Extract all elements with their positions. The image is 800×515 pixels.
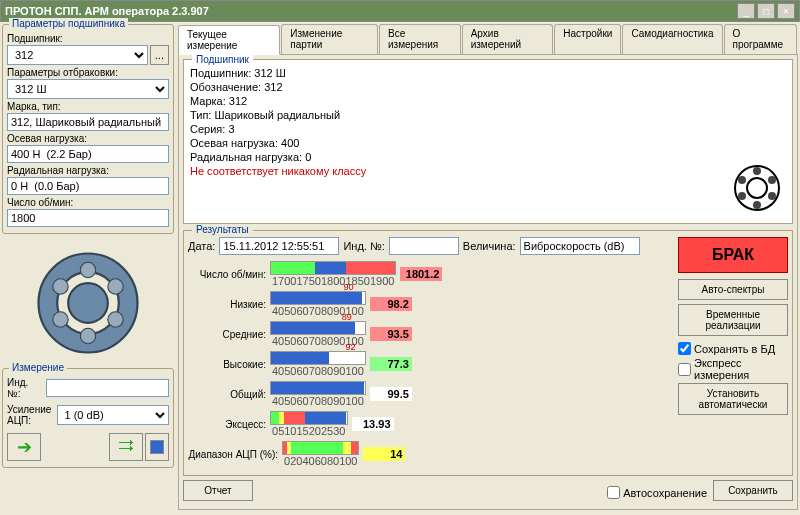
info-title: Подшипник	[192, 55, 253, 67]
svg-point-3	[80, 262, 95, 277]
save-button[interactable]: Сохранить	[713, 480, 793, 501]
info-line: Не соответствует никакому классу	[190, 164, 786, 178]
results-title: Результаты	[192, 224, 253, 235]
tab-bar: Текущее измерение Изменение партии Все и…	[178, 24, 798, 55]
minimize-button[interactable]: _	[737, 3, 755, 19]
svg-point-7	[53, 312, 68, 327]
svg-point-10	[747, 178, 767, 198]
ind-label: Инд. №:	[7, 377, 44, 399]
bar-adc	[282, 441, 359, 455]
bearing-icon	[732, 163, 782, 213]
auto-spectra-button[interactable]: Авто-спектры	[678, 279, 788, 300]
rpm-field[interactable]	[7, 209, 169, 227]
svg-point-11	[753, 167, 761, 175]
svg-point-12	[768, 176, 776, 184]
svg-point-6	[80, 328, 95, 343]
maximize-button[interactable]: □	[757, 3, 775, 19]
autosave-checkbox[interactable]: Автосохранение	[607, 486, 707, 499]
bar-value: 98.2	[370, 297, 412, 311]
svg-point-14	[753, 201, 761, 209]
date-label: Дата:	[188, 240, 215, 252]
row-label: Общий:	[188, 389, 266, 400]
report-button[interactable]: Отчет	[183, 480, 253, 501]
brand-field[interactable]	[7, 113, 169, 131]
row-label: Средние:	[188, 329, 266, 340]
bar-value: 77.3	[370, 357, 412, 371]
bar-mid: 89	[270, 321, 366, 335]
bearing-image	[2, 238, 174, 368]
tab-all[interactable]: Все измерения	[379, 24, 461, 54]
axial-field[interactable]	[7, 145, 169, 163]
verdict-badge: БРАК	[678, 237, 788, 273]
tab-diag[interactable]: Самодиагностика	[622, 24, 722, 54]
express-checkbox[interactable]: Экспресс измерения	[678, 357, 788, 381]
svg-point-8	[53, 279, 68, 294]
row-label: Низкие:	[188, 299, 266, 310]
gain-select[interactable]: 1 (0 dB)	[57, 405, 170, 425]
val-field[interactable]	[520, 237, 640, 255]
bar-value: 99.5	[370, 387, 412, 401]
window-title: ПРОТОН СПП. АРМ оператора 2.3.907	[5, 5, 735, 17]
bar-value: 14	[363, 447, 405, 461]
bar-excess	[270, 411, 348, 425]
stop-button[interactable]	[145, 433, 169, 461]
tab-about[interactable]: О программе	[724, 24, 797, 54]
double-arrow-icon: ⮆	[118, 438, 134, 456]
info-line: Тип: Шариковый радиальный	[190, 108, 786, 122]
tab-batch[interactable]: Изменение партии	[281, 24, 378, 54]
reject-select[interactable]: 312 Ш	[7, 79, 169, 99]
radial-label: Радиальная нагрузка:	[7, 165, 169, 176]
row-label: Эксцесс:	[188, 419, 266, 430]
meas-title: Измерение	[9, 362, 67, 373]
info-line: Осевая нагрузка: 400	[190, 136, 786, 150]
save-db-checkbox[interactable]: Сохранять в БД	[678, 342, 788, 355]
bar-value: 93.5	[370, 327, 412, 341]
row-label: Диапазон АЦП (%):	[188, 449, 278, 460]
tab-current[interactable]: Текущее измерение	[178, 25, 280, 55]
tab-archive[interactable]: Архив измерений	[462, 24, 554, 54]
bar-total	[270, 381, 366, 395]
params-title: Параметры подшипника	[9, 18, 128, 29]
reject-label: Параметры отбраковки:	[7, 67, 169, 78]
tab-settings[interactable]: Настройки	[554, 24, 621, 54]
bar-low: 90	[270, 291, 366, 305]
info-line: Обозначение: 312	[190, 80, 786, 94]
svg-point-4	[108, 279, 123, 294]
svg-point-5	[108, 312, 123, 327]
bearing-label: Подшипник:	[7, 33, 169, 44]
row-label: Высокие:	[188, 359, 266, 370]
bar-value: 13.93	[352, 417, 394, 431]
date-field[interactable]	[219, 237, 339, 255]
axial-label: Осевая нагрузка:	[7, 133, 169, 144]
time-real-button[interactable]: Временные реализации	[678, 304, 788, 336]
bearing-select[interactable]: 312	[7, 45, 148, 65]
set-auto-button[interactable]: Установить автоматически	[678, 383, 788, 415]
bar-high: 92	[270, 351, 366, 365]
ind-field[interactable]	[46, 379, 169, 397]
row-label: Число об/мин:	[188, 269, 266, 280]
svg-point-16	[738, 176, 746, 184]
svg-point-13	[768, 192, 776, 200]
stop-icon	[150, 440, 164, 454]
info-line: Подшипник: 312 Ш	[190, 66, 786, 80]
val-label: Величина:	[463, 240, 516, 252]
bar-rpm	[270, 261, 396, 275]
info-line: Серия: 3	[190, 122, 786, 136]
rpm-label: Число об/мин:	[7, 197, 169, 208]
gain-label: Усиление АЦП:	[7, 404, 55, 426]
bar-value: 1801.2	[400, 267, 442, 281]
svg-point-15	[738, 192, 746, 200]
bearing-browse-button[interactable]: ...	[150, 45, 169, 65]
close-button[interactable]: ×	[777, 3, 795, 19]
ind-label2: Инд. №:	[343, 240, 384, 252]
prev-button[interactable]: ➔	[7, 433, 41, 461]
ind-field2[interactable]	[389, 237, 459, 255]
radial-field[interactable]	[7, 177, 169, 195]
svg-point-2	[68, 283, 108, 323]
brand-label: Марка, тип:	[7, 101, 169, 112]
arrow-right-icon: ➔	[17, 436, 32, 458]
info-line: Марка: 312	[190, 94, 786, 108]
forward-button[interactable]: ⮆	[109, 433, 143, 461]
info-line: Радиальная нагрузка: 0	[190, 150, 786, 164]
